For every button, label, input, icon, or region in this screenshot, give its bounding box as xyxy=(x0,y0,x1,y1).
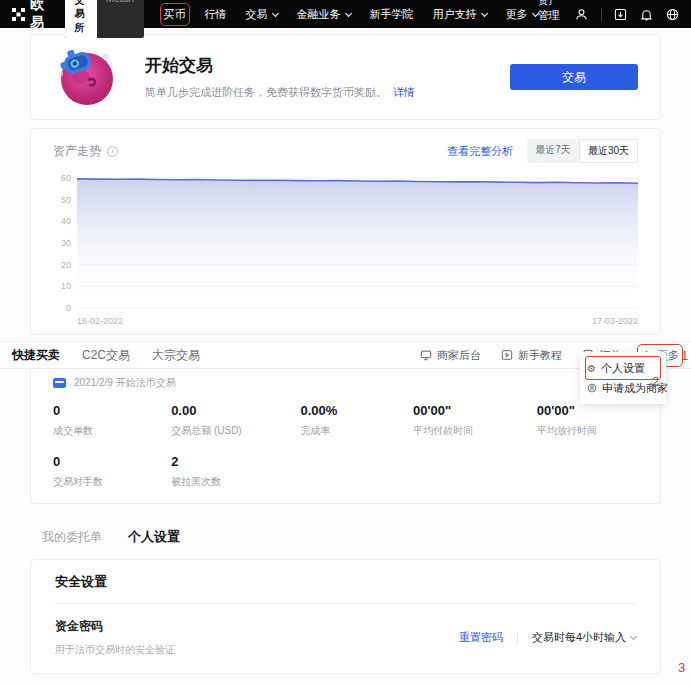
start-trading-banner: 开始交易 简单几步完成进阶任务，免费获得数字货币奖励。详情 交易 xyxy=(30,34,661,120)
nav-finance[interactable]: 金融业务 xyxy=(297,7,351,22)
user-icon[interactable] xyxy=(575,8,588,21)
stats-row-1: 0成交单数 0.00交易总额 (USD) 0.00%完成率 00'00"平均付款… xyxy=(53,403,638,438)
top-right-controls: 资产管理 xyxy=(538,0,679,35)
tab-c2c-trade[interactable]: C2C交易 xyxy=(82,347,130,364)
stat-completion-rate: 0.00%完成率 xyxy=(301,403,414,438)
toggle-exchange[interactable]: 交易所 xyxy=(65,0,96,38)
nav-buy-crypto[interactable]: 买币 xyxy=(164,7,186,22)
okx-logo-icon xyxy=(12,8,25,21)
tab-block-trade[interactable]: 大宗交易 xyxy=(152,347,200,364)
annotation-number-1: 1 xyxy=(681,348,688,363)
stat-completed-orders: 0成交单数 xyxy=(53,403,171,438)
main-nav: 买币 行情 交易 金融业务 新手学院 用户支持 更多 xyxy=(164,7,538,22)
y-tick-label: 10 xyxy=(53,281,71,291)
reset-password-link[interactable]: 重置密码 xyxy=(459,630,503,645)
trade-button[interactable]: 交易 xyxy=(510,64,638,90)
security-settings-card: 安全设置 资金密码 用于法币交易时的安全验证 重置密码 交易时每4小时输入 xyxy=(30,559,661,674)
divider xyxy=(55,603,636,604)
full-analysis-link[interactable]: 查看完整分析 xyxy=(447,144,513,159)
okx-logo[interactable]: 欧易 xyxy=(12,0,51,32)
security-settings-title: 安全设置 xyxy=(55,573,636,591)
password-frequency-dropdown[interactable]: 交易时每4小时输入 xyxy=(532,630,636,645)
y-tick-label: 20 xyxy=(53,260,71,270)
stats-row-2: 0交易对手数 2被拉黑次数 xyxy=(53,454,638,489)
annotation-number-2: 2 xyxy=(652,374,659,389)
tab-personal-settings[interactable]: 个人设置 xyxy=(128,528,180,546)
nav-more[interactable]: 更多 xyxy=(506,7,538,22)
gear-icon: ⚙ xyxy=(587,363,596,374)
download-app-icon[interactable] xyxy=(614,8,627,21)
since-text: 2021/2/9 开始法币交易 xyxy=(74,376,176,390)
toggle-metax[interactable]: MetaX xyxy=(97,0,144,38)
mascot-illustration xyxy=(53,42,119,112)
range-7d-button[interactable]: 最近7天 xyxy=(527,139,579,163)
banner-text: 开始交易 简单几步完成进阶任务，免费获得数字货币奖励。详情 xyxy=(145,54,415,100)
asset-trend-card: 资产走势 i 查看完整分析 最近7天 最近30天 6050403020100 xyxy=(30,128,661,335)
stat-avg-release-time: 00'00"平均放行时间 xyxy=(537,403,638,438)
x-axis-end-date: 17-03-2022 xyxy=(592,316,638,326)
y-axis-labels: 6050403020100 xyxy=(53,173,77,313)
x-axis-labels: 16-02-2022 17-03-2022 xyxy=(53,313,638,328)
stat-trade-volume: 0.00交易总额 (USD) xyxy=(171,403,300,438)
asset-trend-chart: 6050403020100 xyxy=(53,173,638,313)
chevron-down-icon xyxy=(272,9,279,16)
settings-section-tabs: 我的委托单 个人设置 xyxy=(30,528,661,546)
y-tick-label: 30 xyxy=(53,238,71,248)
y-tick-label: 0 xyxy=(53,303,71,313)
chart-header: 资产走势 i 查看完整分析 最近7天 最近30天 xyxy=(53,139,638,163)
stat-avg-payment-time: 00'00"平均付款时间 xyxy=(413,403,537,438)
fund-password-row: 资金密码 用于法币交易时的安全验证 重置密码 交易时每4小时输入 xyxy=(55,618,636,657)
tab-express-trade[interactable]: 快捷买卖 xyxy=(12,347,60,364)
area-chart-plot[interactable] xyxy=(77,173,638,313)
fund-password-controls: 重置密码 交易时每4小时输入 xyxy=(459,630,636,645)
c2c-profile-stats-card: 2021/2/9 开始法币交易 0成交单数 0.00交易总额 (USD) 0.0… xyxy=(30,369,661,504)
fund-password-label: 资金密码 xyxy=(55,618,175,635)
nav-markets[interactable]: 行情 xyxy=(205,7,227,22)
nav-support[interactable]: 用户支持 xyxy=(433,7,487,22)
y-tick-label: 60 xyxy=(53,173,71,183)
details-link[interactable]: 详情 xyxy=(393,86,415,98)
divider xyxy=(517,632,518,644)
stat-times-blocked: 2被拉黑次数 xyxy=(171,454,300,489)
notifications-bell-icon[interactable] xyxy=(640,8,653,21)
calendar-badge-icon xyxy=(53,378,66,388)
tab-my-orders[interactable]: 我的委托单 xyxy=(42,529,102,546)
exchange-mode-toggle: 交易所 MetaX xyxy=(65,0,143,38)
banner-subtitle: 简单几步完成进阶任务，免费获得数字货币奖励。详情 xyxy=(145,85,415,100)
x-axis-start-date: 16-02-2022 xyxy=(77,316,123,326)
chevron-down-icon xyxy=(542,25,549,32)
account-since-row: 2021/2/9 开始法币交易 xyxy=(53,373,638,390)
fund-password-description: 用于法币交易时的安全验证 xyxy=(55,643,175,657)
nav-trade[interactable]: 交易 xyxy=(246,7,278,22)
assets-menu[interactable]: 资产管理 xyxy=(538,0,562,35)
merchant-portal-icon xyxy=(420,349,432,361)
menu-item-personal-settings[interactable]: ⚙ 个人设置 xyxy=(587,358,659,378)
chevron-down-icon xyxy=(345,9,352,16)
chart-title: 资产走势 xyxy=(53,143,101,160)
merchant-portal-button[interactable]: 商家后台 xyxy=(420,348,481,363)
language-globe-icon[interactable] xyxy=(666,8,679,21)
y-tick-label: 40 xyxy=(53,216,71,226)
chevron-down-icon xyxy=(481,9,488,16)
y-tick-label: 50 xyxy=(53,195,71,205)
chevron-down-icon xyxy=(630,633,637,640)
merchant-apply-icon xyxy=(587,383,597,393)
info-icon[interactable]: i xyxy=(107,146,118,157)
banner-title: 开始交易 xyxy=(145,54,415,77)
page: 欧易 交易所 MetaX 买币 行情 交易 金融业务 新手学院 用户支持 更多 … xyxy=(0,0,691,686)
range-30d-button[interactable]: 最近30天 xyxy=(579,139,638,163)
top-navigation-bar: 欧易 交易所 MetaX 买币 行情 交易 金融业务 新手学院 用户支持 更多 … xyxy=(0,0,691,28)
logo-text: 欧易 xyxy=(30,0,51,32)
nav-academy[interactable]: 新手学院 xyxy=(370,7,414,22)
annotation-number-3: 3 xyxy=(678,660,685,675)
stat-counterparties: 0交易对手数 xyxy=(53,454,171,489)
beginner-tutorial-button[interactable]: 新手教程 xyxy=(501,348,562,363)
menu-item-become-merchant[interactable]: 申请成为商家 xyxy=(587,378,659,398)
range-toggle: 最近7天 最近30天 xyxy=(527,139,638,163)
tutorial-video-icon xyxy=(501,349,513,361)
